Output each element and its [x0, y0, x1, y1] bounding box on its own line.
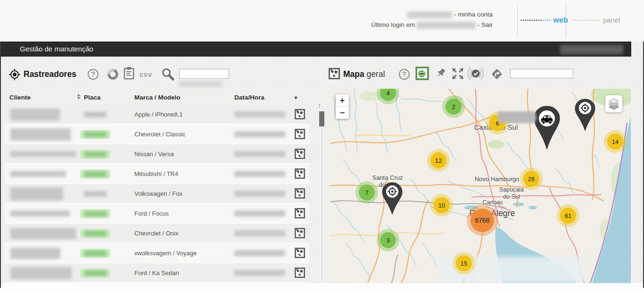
- cluster-count: 6768: [475, 217, 489, 224]
- brand-web-name: web: [553, 16, 568, 24]
- marca-modelo: Apple / iPhone8,1: [134, 105, 183, 125]
- scrollbar-track[interactable]: [322, 126, 322, 282]
- cluster-count: 4: [386, 90, 389, 97]
- pushpin-icon[interactable]: [435, 67, 447, 80]
- cluster-marker[interactable]: 26: [523, 171, 539, 187]
- bottom-strip: [0, 283, 644, 293]
- city-label: Novo Hamburgo: [475, 176, 520, 183]
- zoom-out-button[interactable]: −: [336, 107, 349, 119]
- layers-control[interactable]: [605, 95, 622, 112]
- trackers-panel-title: Rastreadores: [24, 69, 76, 79]
- location-pin[interactable]: [382, 182, 403, 215]
- column-header-marca-modelo[interactable]: Marca / Modelo: [134, 94, 181, 101]
- datetime-redacted: [234, 111, 285, 117]
- datetime-redacted: [234, 171, 285, 177]
- map-panel-icon: [329, 68, 340, 79]
- cluster-marker[interactable]: 12: [430, 152, 446, 168]
- cluster-count: 14: [612, 138, 619, 145]
- marca-modelo: Volkswagen / Fox: [134, 184, 182, 204]
- window-edge: [0, 42, 1, 288]
- placa-badge: [80, 170, 110, 178]
- table-row[interactable]: Ford / Focus: [5, 204, 310, 224]
- minha-conta-link[interactable]: - minha conta: [454, 11, 493, 18]
- locate-on-map-button[interactable]: [294, 228, 305, 239]
- vehicle-pin[interactable]: [534, 106, 560, 150]
- locate-on-map-button[interactable]: [294, 149, 305, 160]
- trackers-help-button[interactable]: ?: [88, 69, 99, 80]
- cluster-marker[interactable]: 14: [607, 134, 623, 150]
- placa-badge: [82, 191, 108, 197]
- username-redacted: [407, 11, 452, 18]
- cluster-marker[interactable]: 6768: [471, 209, 494, 232]
- last-login-line: Último login em - Sair: [371, 20, 493, 30]
- marca-modelo: Chevrolet / Classic: [134, 125, 185, 144]
- area-select-globe-icon[interactable]: [415, 66, 429, 81]
- cluster-marker[interactable]: 3: [380, 232, 396, 248]
- expand-fullscreen-icon[interactable]: [451, 67, 465, 81]
- marca-modelo: Ford / Focus: [134, 204, 169, 224]
- brand-panel-logo[interactable]: ••••••••••••• panel: [572, 16, 620, 25]
- locate-on-map-button[interactable]: [294, 168, 305, 180]
- signal-status-icon[interactable]: [468, 66, 484, 82]
- table-row[interactable]: Ford / Ka Sedan: [5, 263, 310, 283]
- table-row[interactable]: Apple / iPhone8,1: [5, 105, 310, 125]
- csv-export-button[interactable]: csv: [140, 70, 152, 78]
- zoom-in-button[interactable]: +: [336, 94, 349, 107]
- locate-on-map-button[interactable]: [294, 109, 305, 120]
- map-search-input[interactable]: [510, 69, 573, 78]
- header-divider: [517, 5, 518, 37]
- column-filter-icon[interactable]: ▼: [293, 95, 298, 100]
- layers-icon: [605, 95, 622, 112]
- navigation-turn-icon[interactable]: [490, 67, 504, 81]
- sort-icon[interactable]: [77, 94, 81, 101]
- placa-badge: [80, 150, 110, 159]
- locate-on-map-button[interactable]: [294, 248, 305, 259]
- locate-on-map-button[interactable]: [294, 208, 305, 219]
- cluster-marker[interactable]: 61: [560, 208, 576, 224]
- brand-web-logo[interactable]: •••••••••••••• web: [520, 16, 568, 25]
- locate-on-map-button[interactable]: [294, 188, 305, 200]
- map-panel-title: Mapa geral: [343, 69, 385, 79]
- table-row[interactable]: Volkswagen / Fox: [5, 184, 310, 204]
- module-title-bar: Gestão de manutenção: [0, 42, 631, 57]
- tracker-target-icon: [8, 68, 21, 81]
- refresh-spinner-icon[interactable]: [107, 68, 119, 80]
- report-clipboard-icon[interactable]: [124, 67, 134, 80]
- cluster-count: 26: [528, 176, 535, 183]
- trackers-search-input[interactable]: [179, 69, 229, 79]
- brand-panel-dots: •••••••••••••: [572, 18, 601, 23]
- column-header-data-hora[interactable]: Data/Hora: [234, 94, 264, 101]
- table-row[interactable]: Chevrolet / Onix: [5, 224, 310, 243]
- placa-badge: [80, 249, 110, 258]
- column-header-cliente[interactable]: Cliente: [9, 94, 31, 101]
- scrollbar-thumb[interactable]: [319, 111, 324, 126]
- marca-modelo: Ford / Ka Sedan: [134, 263, 179, 283]
- column-header-placa[interactable]: Placa: [84, 94, 100, 101]
- placa-badge: [80, 229, 110, 238]
- cluster-marker[interactable]: 15: [456, 255, 472, 271]
- table-row[interactable]: Nissan / Versa: [5, 144, 310, 164]
- marca-modelo: vwolksvagem / Voyage: [134, 243, 197, 263]
- zoom-control: + −: [336, 94, 349, 119]
- cluster-marker[interactable]: 10: [434, 197, 450, 213]
- scroll-up-arrow[interactable]: ↑: [318, 101, 322, 109]
- locate-on-map-button[interactable]: [294, 268, 305, 279]
- location-pin[interactable]: [575, 99, 595, 132]
- map-help-button[interactable]: ?: [399, 69, 410, 80]
- table-row[interactable]: vwolksvagem / Voyage: [5, 243, 310, 263]
- cluster-marker[interactable]: 2: [446, 99, 462, 115]
- map[interactable]: Caxias do Sul Santa Cruzdo Sul Novo Hamb…: [330, 89, 631, 283]
- cluster-marker[interactable]: 7: [359, 184, 375, 201]
- sair-link[interactable]: - Sair: [478, 21, 493, 28]
- client-name-redacted: [10, 109, 60, 121]
- top-header: - minha conta Último login em - Sair •••…: [0, 0, 644, 42]
- locate-on-map-button[interactable]: [294, 129, 305, 140]
- table-row[interactable]: Chevrolet / Classic: [5, 125, 310, 144]
- map-title-light: geral: [367, 69, 385, 79]
- titlebar-button-redacted[interactable]: [560, 45, 623, 54]
- brand-web-dots: ••••••••••: [520, 18, 543, 23]
- client-name-redacted: [10, 171, 66, 177]
- client-name-redacted: [10, 210, 70, 217]
- table-row[interactable]: Mitsubishi / TR4: [5, 164, 310, 184]
- city-label: Sapucaiado Sul: [499, 186, 524, 201]
